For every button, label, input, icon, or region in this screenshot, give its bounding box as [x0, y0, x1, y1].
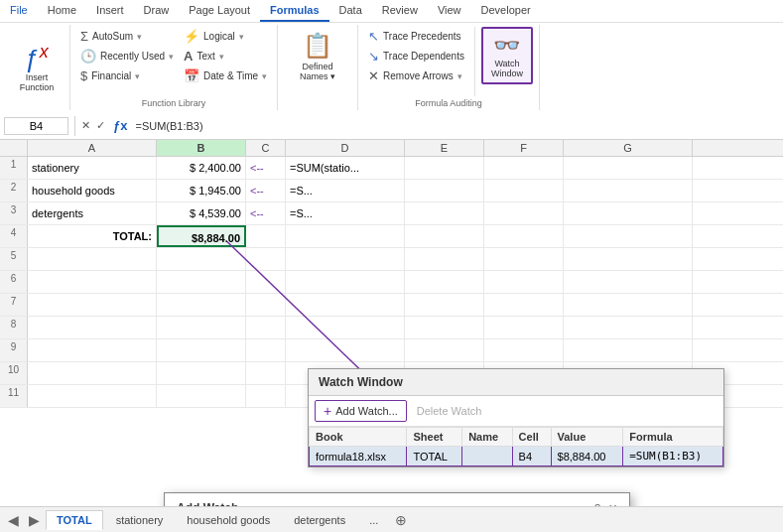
- cell-e1[interactable]: [405, 157, 484, 179]
- cell-e2[interactable]: [405, 180, 484, 201]
- col-header-e[interactable]: E: [405, 140, 484, 156]
- cell-b11[interactable]: [157, 385, 246, 407]
- col-header-d[interactable]: D: [286, 140, 405, 156]
- cell-c8[interactable]: [246, 317, 286, 338]
- cell-f8[interactable]: [484, 317, 564, 338]
- cell-d1[interactable]: =SUM(statio...: [286, 157, 405, 179]
- tab-review[interactable]: Review: [372, 0, 428, 22]
- cell-c10[interactable]: [246, 362, 286, 384]
- cell-g8[interactable]: [564, 317, 693, 338]
- cell-a5[interactable]: [28, 248, 157, 270]
- sheet-tab-household-goods[interactable]: household goods: [176, 510, 281, 530]
- cell-f5[interactable]: [484, 248, 564, 270]
- cell-e7[interactable]: [405, 294, 484, 316]
- cell-b8[interactable]: [157, 317, 246, 338]
- cell-e9[interactable]: [405, 339, 484, 361]
- cell-f6[interactable]: [484, 271, 564, 293]
- cell-e6[interactable]: [405, 271, 484, 293]
- cell-g7[interactable]: [564, 294, 693, 316]
- cell-f4[interactable]: [484, 225, 564, 247]
- cell-a4[interactable]: TOTAL:: [28, 225, 157, 247]
- cell-d8[interactable]: [286, 317, 405, 338]
- cell-a8[interactable]: [28, 317, 157, 338]
- logical-button[interactable]: ⚡ Logical ▾: [180, 27, 271, 46]
- cell-a11[interactable]: [28, 385, 157, 407]
- dialog-close-icon[interactable]: ✕: [608, 502, 617, 507]
- cell-d6[interactable]: [286, 271, 405, 293]
- cell-d4[interactable]: [286, 225, 405, 247]
- confirm-formula-icon[interactable]: ✓: [96, 119, 105, 132]
- cell-a9[interactable]: [28, 339, 157, 361]
- cell-d5[interactable]: [286, 248, 405, 270]
- tab-formulas[interactable]: Formulas: [260, 0, 329, 22]
- col-header-g[interactable]: G: [564, 140, 693, 156]
- delete-watch-button[interactable]: Delete Watch: [411, 403, 488, 419]
- sheet-tab-total[interactable]: TOTAL: [46, 510, 103, 530]
- tab-developer[interactable]: Developer: [471, 0, 541, 22]
- cell-b2[interactable]: $ 1,945.00: [157, 180, 246, 201]
- watch-window-button[interactable]: 👓 WatchWindow: [481, 27, 533, 84]
- col-header-a[interactable]: A: [28, 140, 157, 156]
- cell-b1[interactable]: $ 2,400.00: [157, 157, 246, 179]
- cancel-formula-icon[interactable]: ✕: [81, 119, 90, 132]
- cell-f3[interactable]: [484, 202, 564, 224]
- cell-c4[interactable]: [246, 225, 286, 247]
- cell-f1[interactable]: [484, 157, 564, 179]
- cell-e4[interactable]: [405, 225, 484, 247]
- insert-function-button[interactable]: ƒx InsertFunction: [12, 40, 62, 96]
- cell-f9[interactable]: [484, 339, 564, 361]
- cell-b5[interactable]: [157, 248, 246, 270]
- cell-c2[interactable]: <--: [246, 180, 286, 201]
- cell-d9[interactable]: [286, 339, 405, 361]
- cell-c1[interactable]: <--: [246, 157, 286, 179]
- tab-insert[interactable]: Insert: [86, 0, 134, 22]
- cell-b10[interactable]: [157, 362, 246, 384]
- autosum-button[interactable]: Σ AutoSum ▾: [76, 27, 178, 46]
- cell-e5[interactable]: [405, 248, 484, 270]
- scroll-tabs-left[interactable]: ◀: [4, 512, 23, 528]
- cell-f7[interactable]: [484, 294, 564, 316]
- cell-b9[interactable]: [157, 339, 246, 361]
- date-time-button[interactable]: 📅 Date & Time ▾: [180, 66, 271, 85]
- col-header-c[interactable]: C: [246, 140, 286, 156]
- tab-data[interactable]: Data: [329, 0, 372, 22]
- cell-b6[interactable]: [157, 271, 246, 293]
- cell-g6[interactable]: [564, 271, 693, 293]
- trace-dependents-button[interactable]: ↘ Trace Dependents: [364, 47, 468, 66]
- watch-table-row[interactable]: formula18.xlsx TOTAL B4 $8,884.00 =SUM(B…: [310, 447, 723, 466]
- tab-draw[interactable]: Draw: [134, 0, 180, 22]
- cell-a1[interactable]: stationery: [28, 157, 157, 179]
- scroll-tabs-right[interactable]: ▶: [25, 512, 44, 528]
- cell-d7[interactable]: [286, 294, 405, 316]
- cell-c11[interactable]: [246, 385, 286, 407]
- sheet-tab-more[interactable]: ...: [358, 510, 389, 530]
- text-button[interactable]: A Text ▾: [180, 47, 271, 66]
- cell-b7[interactable]: [157, 294, 246, 316]
- col-header-f[interactable]: F: [484, 140, 564, 156]
- cell-c7[interactable]: [246, 294, 286, 316]
- cell-e8[interactable]: [405, 317, 484, 338]
- cell-g4[interactable]: [564, 225, 693, 247]
- col-header-b[interactable]: B: [157, 140, 246, 156]
- cell-g1[interactable]: [564, 157, 693, 179]
- cell-reference-input[interactable]: [4, 117, 68, 135]
- cell-g3[interactable]: [564, 202, 693, 224]
- cell-d3[interactable]: =S...: [286, 202, 405, 224]
- sheet-tab-detergents[interactable]: detergents: [283, 510, 356, 530]
- cell-c3[interactable]: <--: [246, 202, 286, 224]
- cell-a3[interactable]: detergents: [28, 202, 157, 224]
- cell-g2[interactable]: [564, 180, 693, 201]
- sheet-tab-stationery[interactable]: stationery: [105, 510, 175, 530]
- cell-c6[interactable]: [246, 271, 286, 293]
- financial-button[interactable]: $ Financial ▾: [76, 66, 178, 85]
- cell-a7[interactable]: [28, 294, 157, 316]
- cell-g9[interactable]: [564, 339, 693, 361]
- tab-view[interactable]: View: [428, 0, 471, 22]
- add-sheet-button[interactable]: ⊕: [391, 512, 411, 528]
- cell-g5[interactable]: [564, 248, 693, 270]
- recently-used-button[interactable]: 🕒 Recently Used ▾: [76, 47, 178, 66]
- remove-arrows-button[interactable]: ✕ Remove Arrows ▾: [364, 66, 468, 85]
- cell-a6[interactable]: [28, 271, 157, 293]
- defined-names-button[interactable]: 📋 DefinedNames ▾: [288, 29, 347, 84]
- cell-b3[interactable]: $ 4,539.00: [157, 202, 246, 224]
